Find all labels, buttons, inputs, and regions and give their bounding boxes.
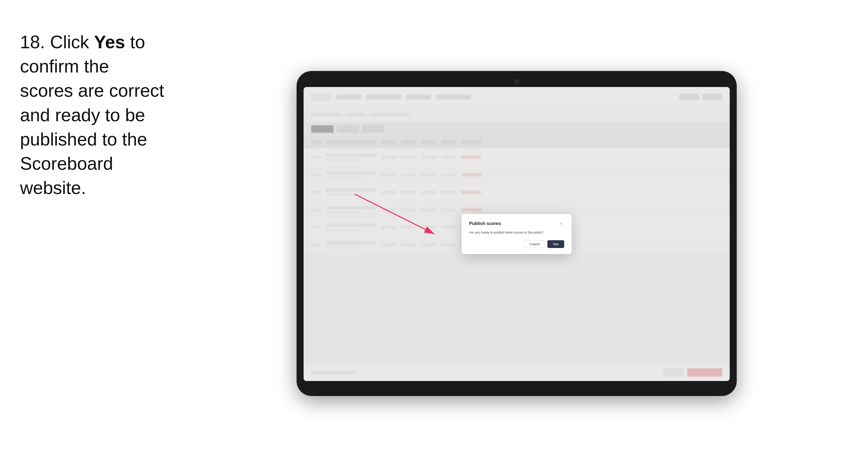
tablet-outer: Publish scores × Are you ready to publis…	[297, 71, 737, 396]
instruction-before: Click	[50, 32, 94, 52]
step-number: 18.	[20, 32, 50, 52]
yes-button[interactable]: Yes	[548, 240, 564, 248]
modal-footer: Cancel Yes	[469, 240, 564, 248]
modal-message: Are you ready to publish these scores to…	[469, 230, 564, 235]
publish-scores-dialog: Publish scores × Are you ready to publis…	[462, 214, 572, 254]
instruction-bold: Yes	[94, 32, 125, 52]
instruction-text: 18. Click Yes to confirm the scores are …	[20, 15, 165, 200]
instruction-after: to confirm the scores are correct and re…	[20, 32, 164, 198]
modal-close-button[interactable]: ×	[559, 221, 564, 226]
cancel-button[interactable]: Cancel	[524, 240, 545, 248]
page-container: 18. Click Yes to confirm the scores are …	[0, 0, 868, 467]
tablet-screen: Publish scores × Are you ready to publis…	[304, 87, 730, 381]
modal-title: Publish scores	[469, 221, 501, 226]
tablet-device: Publish scores × Are you ready to publis…	[185, 15, 848, 452]
modal-overlay: Publish scores × Are you ready to publis…	[304, 87, 730, 381]
modal-title-row: Publish scores ×	[469, 221, 564, 226]
tablet-camera	[514, 79, 519, 84]
